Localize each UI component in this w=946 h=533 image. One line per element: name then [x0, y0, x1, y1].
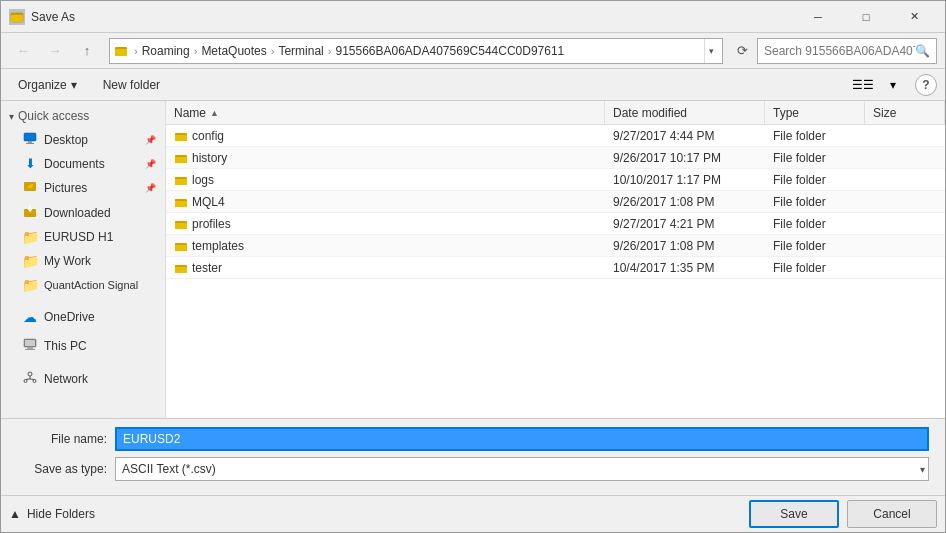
file-type-cell: File folder: [765, 261, 865, 275]
folder-icon: [174, 151, 188, 165]
documents-icon: ⬇: [22, 156, 38, 171]
svg-rect-41: [175, 243, 179, 245]
svg-rect-28: [175, 157, 187, 163]
svg-rect-38: [175, 221, 179, 223]
back-button[interactable]: ←: [9, 37, 37, 65]
address-dropdown-button[interactable]: ▾: [704, 39, 718, 63]
table-row[interactable]: history 9/26/2017 10:17 PM File folder: [166, 147, 945, 169]
file-date-cell: 9/27/2017 4:21 PM: [605, 217, 765, 231]
help-button[interactable]: ?: [915, 74, 937, 96]
window-controls[interactable]: ─ □ ✕: [795, 2, 937, 32]
col-size[interactable]: Size: [865, 101, 945, 124]
file-date-cell: 10/10/2017 1:17 PM: [605, 173, 765, 187]
new-folder-button[interactable]: New folder: [94, 73, 169, 97]
sidebar-item-pictures[interactable]: Pictures 📌: [1, 175, 165, 200]
filetype-select[interactable]: ASCII Text (*.csv)CSV (*.csv)Excel (*.xl…: [115, 457, 929, 481]
file-type-cell: File folder: [765, 173, 865, 187]
col-name[interactable]: Name ▲: [166, 101, 605, 124]
search-input[interactable]: [764, 44, 915, 58]
quick-access-chevron: ▾: [9, 111, 14, 122]
table-row[interactable]: profiles 9/27/2017 4:21 PM File folder: [166, 213, 945, 235]
col-type[interactable]: Type: [765, 101, 865, 124]
svg-rect-37: [175, 223, 187, 229]
filename-input[interactable]: [115, 427, 929, 451]
file-date-cell: 10/4/2017 1:35 PM: [605, 261, 765, 275]
svg-rect-5: [117, 47, 120, 49]
folder-icon: [174, 195, 188, 209]
svg-rect-1: [11, 15, 23, 22]
organize-button[interactable]: Organize ▾: [9, 73, 86, 97]
svg-rect-2: [13, 13, 16, 15]
sidebar-item-onedrive[interactable]: ☁ OneDrive: [1, 305, 165, 329]
svg-rect-35: [175, 199, 179, 201]
main-content: ▾ Quick access Desktop 📌 ⬇ Documents: [1, 101, 945, 418]
refresh-button[interactable]: ⟳: [731, 40, 753, 62]
sidebar-item-eurusd[interactable]: 📁 EURUSD H1: [1, 225, 165, 249]
sep1: ›: [134, 45, 138, 57]
file-date-cell: 9/26/2017 1:08 PM: [605, 239, 765, 253]
hide-folders-button[interactable]: ▲ Hide Folders: [9, 507, 95, 521]
address-breadcrumb-icon: [114, 44, 130, 58]
file-type-cell: File folder: [765, 217, 865, 231]
file-date-cell: 9/26/2017 10:17 PM: [605, 151, 765, 165]
file-type-cell: File folder: [765, 129, 865, 143]
desktop-label: Desktop: [44, 133, 88, 147]
address-metaquotes[interactable]: MetaQuotes: [201, 44, 266, 58]
sep4: ›: [328, 45, 332, 57]
save-button[interactable]: Save: [749, 500, 839, 528]
onedrive-icon: ☁: [22, 309, 38, 325]
navigation-toolbar: ← → ↑ › Roaming › MetaQuotes › Terminal …: [1, 33, 945, 69]
sidebar: ▾ Quick access Desktop 📌 ⬇ Documents: [1, 101, 166, 418]
address-roaming[interactable]: Roaming: [142, 44, 190, 58]
address-bar[interactable]: › Roaming › MetaQuotes › Terminal › 9155…: [109, 38, 723, 64]
sidebar-item-network[interactable]: Network: [1, 366, 165, 391]
quantaction-label: QuantAction Signal: [44, 279, 138, 291]
mywork-folder-icon: 📁: [22, 253, 38, 269]
view-dropdown-button[interactable]: ▾: [879, 73, 907, 97]
quick-access-header[interactable]: ▾ Quick access: [1, 105, 165, 127]
sidebar-item-thispc[interactable]: This PC: [1, 333, 165, 358]
table-row[interactable]: config 9/27/2017 4:44 PM File folder: [166, 125, 945, 147]
sidebar-item-downloaded[interactable]: Downloaded: [1, 200, 165, 225]
minimize-button[interactable]: ─: [795, 2, 841, 32]
window-icon: [9, 9, 25, 25]
pictures-label: Pictures: [44, 181, 87, 195]
downloaded-icon: [22, 204, 38, 221]
cancel-button[interactable]: Cancel: [847, 500, 937, 528]
sort-indicator: ▲: [210, 108, 219, 118]
eurusd-label: EURUSD H1: [44, 230, 113, 244]
svg-rect-34: [175, 201, 187, 207]
close-button[interactable]: ✕: [891, 2, 937, 32]
table-row[interactable]: MQL4 9/26/2017 1:08 PM File folder: [166, 191, 945, 213]
col-date[interactable]: Date modified: [605, 101, 765, 124]
file-name-cell: profiles: [166, 217, 605, 231]
file-date-cell: 9/26/2017 1:08 PM: [605, 195, 765, 209]
address-terminal[interactable]: Terminal: [278, 44, 323, 58]
folder-icon: [174, 129, 188, 143]
table-row[interactable]: logs 10/10/2017 1:17 PM File folder: [166, 169, 945, 191]
sidebar-item-quantaction[interactable]: 📁 QuantAction Signal: [1, 273, 165, 297]
svg-rect-44: [175, 265, 179, 267]
search-icon: 🔍: [915, 44, 930, 58]
table-row[interactable]: tester 10/4/2017 1:35 PM File folder: [166, 257, 945, 279]
table-row[interactable]: templates 9/26/2017 1:08 PM File folder: [166, 235, 945, 257]
search-box[interactable]: 🔍: [757, 38, 937, 64]
sidebar-item-documents[interactable]: ⬇ Documents 📌: [1, 152, 165, 175]
desktop-icon: [22, 131, 38, 148]
sidebar-item-mywork[interactable]: 📁 My Work: [1, 249, 165, 273]
address-parts: › Roaming › MetaQuotes › Terminal › 9155…: [114, 44, 704, 58]
downloaded-label: Downloaded: [44, 206, 111, 220]
forward-button[interactable]: →: [41, 37, 69, 65]
address-folder[interactable]: 915566BA06ADA407569C544CC0D97611: [335, 44, 564, 58]
pictures-pin-icon: 📌: [145, 183, 156, 193]
file-name-cell: config: [166, 129, 605, 143]
file-rows: config 9/27/2017 4:44 PM File folder his…: [166, 125, 945, 279]
filetype-label: Save as type:: [17, 462, 107, 476]
maximize-button[interactable]: □: [843, 2, 889, 32]
chevron-up-icon: ▲: [9, 507, 21, 521]
file-type-cell: File folder: [765, 195, 865, 209]
up-button[interactable]: ↑: [73, 37, 101, 65]
svg-line-23: [30, 379, 35, 380]
view-toggle-button[interactable]: ☰☰: [849, 73, 877, 97]
sidebar-item-desktop[interactable]: Desktop 📌: [1, 127, 165, 152]
